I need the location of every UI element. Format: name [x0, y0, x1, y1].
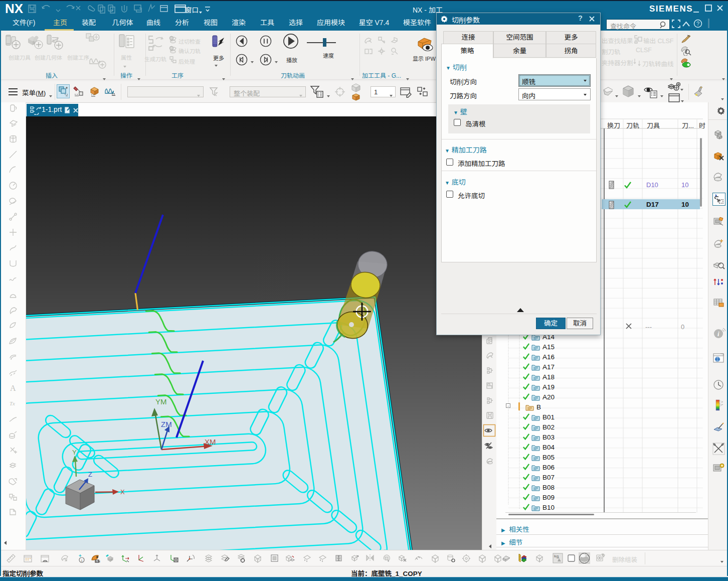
svg-text:i: i: [717, 330, 719, 338]
svg-text:Z: Z: [88, 471, 92, 478]
svg-text:?: ?: [696, 21, 699, 27]
svg-text:Tx: Tx: [10, 400, 15, 406]
svg-text:XM: XM: [205, 438, 216, 446]
svg-text:YM: YM: [155, 397, 167, 406]
svg-text:MIN: MIN: [96, 560, 101, 563]
svg-text:X: X: [120, 488, 125, 496]
svg-text:kg: kg: [554, 554, 559, 558]
svg-text:ZM: ZM: [161, 420, 172, 428]
svg-text:A: A: [10, 384, 16, 392]
svg-text:Y: Y: [72, 449, 77, 456]
svg-text:i: i: [81, 558, 83, 563]
